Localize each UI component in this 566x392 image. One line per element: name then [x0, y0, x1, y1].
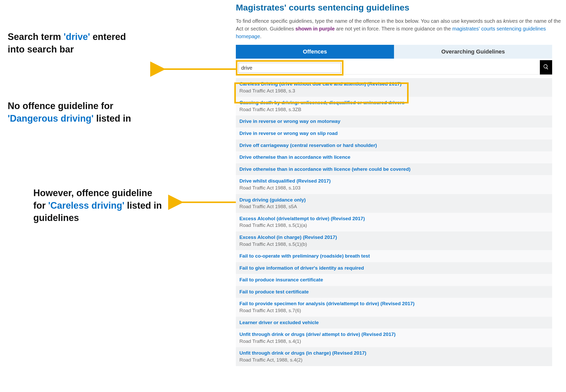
result-title-link[interactable]: Careless Driving (drive without due care… — [239, 81, 401, 88]
result-title-link[interactable]: Unfit through drink or drugs (drive/ att… — [239, 331, 396, 338]
search-icon — [543, 64, 549, 71]
result-item: Fail to co-operate with preliminary (roa… — [236, 250, 552, 262]
search-spacer — [342, 60, 540, 75]
result-subtitle: Road Traffic Act 1988, s.7(6) — [239, 307, 549, 314]
result-subtitle: Road Traffic Act 1988, s.4(1) — [239, 338, 549, 345]
result-item: Causing death by driving: unlicensed, di… — [236, 97, 552, 115]
result-subtitle: Road Traffic Act 1988, s.3ZB — [239, 106, 549, 113]
annotation-text: Search term — [8, 31, 64, 42]
annotation-highlight: 'drive' — [64, 31, 90, 42]
result-item: Drive in reverse or wrong way on motorwa… — [236, 115, 552, 128]
result-title-link[interactable]: Drive otherwise than in accordance with … — [239, 166, 410, 173]
result-item: Drive otherwise than in accordance with … — [236, 151, 552, 163]
result-item: Fail to give information of driver's ide… — [236, 262, 552, 274]
tab-overarching[interactable]: Overarching Guidelines — [394, 45, 552, 59]
result-title-link[interactable]: Learner driver or excluded vehicle — [239, 319, 319, 326]
result-item: Drive in reverse or wrong way on slip ro… — [236, 128, 552, 140]
result-item: Fail to provide specimen for analysis (d… — [236, 298, 552, 316]
result-title-link[interactable]: Drive whilst disqualified (Revised 2017) — [239, 178, 331, 185]
result-item: Drive otherwise than in accordance with … — [236, 163, 552, 175]
result-title-link[interactable]: Drive in reverse or wrong way on slip ro… — [239, 130, 338, 137]
result-title-link[interactable]: Drive in reverse or wrong way on motorwa… — [239, 118, 340, 125]
result-title-link[interactable]: Excess Alcohol (drive/attempt to drive) … — [239, 215, 365, 222]
result-item: Drive off carriageway (central reservati… — [236, 140, 552, 152]
result-subtitle: Road Traffic Act 1988, s5A — [239, 203, 549, 210]
result-item: Fail to produce test certificate — [236, 286, 552, 298]
annotation-no-guideline: No offence guideline for 'Dangerous driv… — [8, 100, 136, 125]
result-subtitle: Road Traffic Act 1988, s.103 — [239, 185, 549, 192]
result-item: Drive whilst disqualified (Revised 2017)… — [236, 175, 552, 194]
intro-part: are not yet in force. There is more guid… — [335, 26, 452, 31]
page-title: Magistrates' courts sentencing guideline… — [236, 3, 561, 13]
result-title-link[interactable]: Causing death by driving: unlicensed, di… — [239, 99, 405, 106]
result-title-link[interactable]: Fail to provide specimen for analysis (d… — [239, 300, 415, 307]
result-item: Careless Driving (drive without due care… — [236, 78, 552, 97]
result-title-link[interactable]: Fail to produce test certificate — [239, 289, 309, 295]
intro-part: . — [260, 34, 262, 39]
result-title-link[interactable]: Unfit through drink or drugs (in charge)… — [239, 350, 366, 357]
result-title-link[interactable]: Drug driving (guidance only) — [239, 197, 306, 204]
search-highlight-box — [236, 60, 343, 76]
search-input[interactable] — [238, 63, 341, 73]
result-item: Unfit through drink or drugs (in charge)… — [236, 347, 552, 366]
search-button[interactable] — [540, 60, 552, 75]
result-title-link[interactable]: Drive otherwise than in accordance with … — [239, 154, 350, 161]
results-list: Careless Driving (drive without due care… — [236, 78, 552, 366]
result-item: Excess Alcohol (drive/attempt to drive) … — [236, 213, 552, 231]
tab-offences[interactable]: Offences — [236, 45, 394, 59]
result-subtitle: Road Traffic Act 1988, s.5(1)(b) — [239, 241, 549, 248]
result-title-link[interactable]: Drive off carriageway (central reservati… — [239, 142, 377, 149]
result-title-link[interactable]: Excess Alcohol (in charge) (Revised 2017… — [239, 234, 337, 241]
tabs-row: Offences Overarching Guidelines — [236, 45, 552, 59]
annotation-careless-listed: However, offence guideline for 'Careless… — [33, 187, 167, 224]
guidelines-panel: Magistrates' courts sentencing guideline… — [236, 3, 561, 366]
result-item: Learner driver or excluded vehicle — [236, 317, 552, 329]
annotation-search-term: Search term 'drive' entered into search … — [8, 31, 136, 56]
result-item: Fail to produce insurance certificate — [236, 274, 552, 286]
result-item: Excess Alcohol (in charge) (Revised 2017… — [236, 231, 552, 250]
result-subtitle: Road Traffic Act 1988, s.5(1)(a) — [239, 222, 549, 229]
intro-em: knives — [503, 18, 518, 24]
annotation-highlight: 'Careless driving' — [48, 200, 124, 211]
annotation-text: listed in — [94, 113, 131, 124]
result-subtitle: Road Traffic Act 1988, s.3 — [239, 88, 549, 94]
result-item: Unfit through drink or drugs (drive/ att… — [236, 329, 552, 347]
intro-purple: shown in purple — [295, 26, 335, 31]
search-row — [236, 60, 552, 76]
annotation-highlight: 'Dangerous driving' — [8, 113, 94, 124]
result-title-link[interactable]: Fail to co-operate with preliminary (roa… — [239, 253, 370, 260]
annotation-text: No offence guideline for — [8, 101, 113, 111]
arrow-to-search — [159, 64, 236, 75]
intro-text: To find offence specific guidelines, typ… — [236, 17, 561, 40]
result-item: Drug driving (guidance only)Road Traffic… — [236, 194, 552, 213]
result-title-link[interactable]: Fail to give information of driver's ide… — [239, 265, 364, 272]
result-title-link[interactable]: Fail to produce insurance certificate — [239, 277, 323, 283]
result-subtitle: Road Traffic Act, 1988, s.4(2) — [239, 357, 549, 364]
intro-part: To find offence specific guidelines, typ… — [236, 18, 503, 24]
